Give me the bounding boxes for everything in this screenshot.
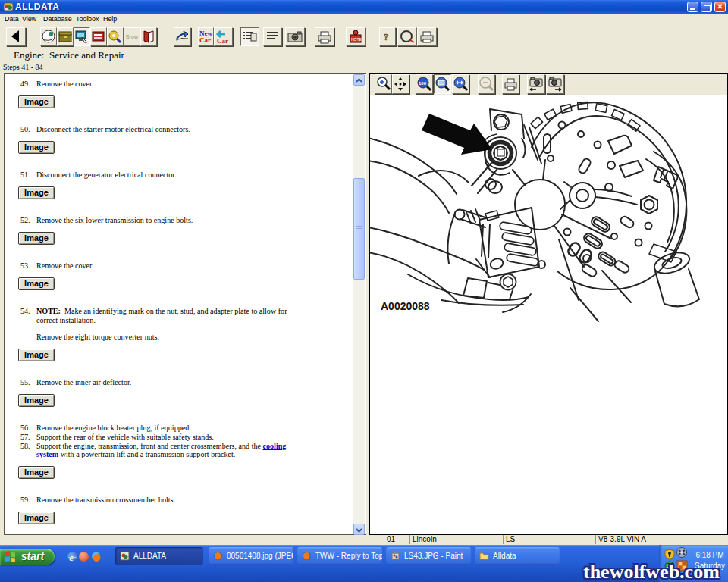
svg-text:NOTE: NOTE bbox=[351, 37, 362, 42]
svg-text:Car: Car bbox=[217, 37, 228, 45]
svg-text:?: ? bbox=[384, 31, 389, 42]
svg-text:A0020088: A0020088 bbox=[381, 300, 430, 312]
svg-text:100: 100 bbox=[419, 81, 427, 86]
svg-text:Brow: Brow bbox=[126, 34, 139, 39]
svg-text:Car: Car bbox=[199, 36, 211, 44]
